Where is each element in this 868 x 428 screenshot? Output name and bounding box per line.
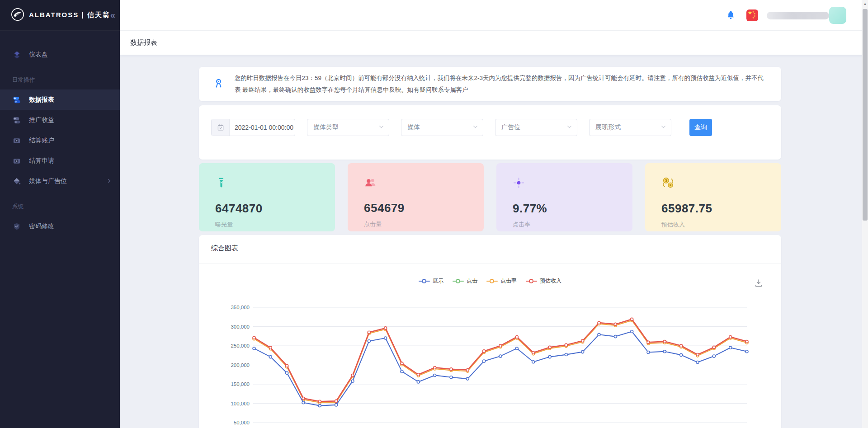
sidebar-item-label: 媒体与广告位 <box>29 177 99 185</box>
sidebar-item-label: 仪表盘 <box>29 51 112 59</box>
select-placeholder: 广告位 <box>501 123 566 132</box>
filter-select-1[interactable]: 媒体类型 <box>307 119 389 136</box>
chart-legend: 展示点击点击率预估收入 <box>199 277 781 285</box>
sidebar-item-camera[interactable]: 结算账户 <box>0 130 120 151</box>
stat-label: 点击量 <box>364 220 475 228</box>
select-placeholder: 媒体 <box>407 123 472 132</box>
pin-icon <box>214 78 223 90</box>
stat-label: 曝光量 <box>215 221 326 229</box>
filter-select-4[interactable]: 展现形式 <box>589 119 671 136</box>
sidebar-item-label: 推广收益 <box>29 116 112 124</box>
logo-row: ALBATROSS | 信天翁 « <box>0 0 120 31</box>
bucket-icon <box>12 177 21 185</box>
svg-text:300,000: 300,000 <box>231 324 250 329</box>
notice-banner: 您的昨日数据报告在今日23：59（北京时间）前可能有部分没有纳入统计，我们将在未… <box>199 67 781 101</box>
date-value[interactable]: 2022-01-01 00:00:00 <box>230 119 295 136</box>
notification-bell-icon[interactable] <box>726 10 736 20</box>
svg-text:100,000: 100,000 <box>231 401 250 406</box>
chevron-down-icon <box>378 123 384 132</box>
legend-item-点击率[interactable]: 点击率 <box>486 277 517 285</box>
page-scrollbar[interactable]: ▲ <box>862 0 868 428</box>
legend-marker-icon <box>419 279 430 283</box>
users-icon <box>364 177 475 190</box>
stat-card-1: 6474870曝光量 <box>199 163 335 231</box>
stat-card-3: 9.77%点击率 <box>496 163 632 231</box>
line-chart: 350,000300,000250,000200,000150,000100,0… <box>199 287 781 428</box>
stat-cards: 6474870曝光量654679点击量9.77%点击率$¥65987.75预估收… <box>199 163 781 231</box>
legend-label: 预估收入 <box>540 277 561 285</box>
legend-marker-icon <box>453 279 464 283</box>
svg-text:¥: ¥ <box>670 183 672 187</box>
sidebar-item-report-toggle[interactable]: 数据报表 <box>0 89 120 110</box>
stat-card-2: 654679点击量 <box>348 163 484 231</box>
sidebar-item-revenue-toggle[interactable]: 推广收益 <box>0 110 120 130</box>
report-toggle-icon <box>12 96 21 104</box>
aim-icon <box>513 177 623 191</box>
sidebar-collapse-icon[interactable]: « <box>110 10 114 20</box>
stat-value: 65987.75 <box>661 202 772 216</box>
shield-check-icon <box>12 222 21 230</box>
breadcrumb: 数据报表 <box>130 38 157 47</box>
stat-value: 654679 <box>364 201 475 215</box>
chevron-down-icon <box>566 123 572 132</box>
china-flag-icon[interactable]: ★ ★ ★ ★ ★ <box>746 9 758 21</box>
svg-text:200,000: 200,000 <box>231 362 250 368</box>
topbar: ★ ★ ★ ★ ★ <box>120 0 868 31</box>
legend-item-预估收入[interactable]: 预估收入 <box>526 277 561 285</box>
divider <box>199 263 781 263</box>
stat-value: 6474870 <box>215 202 326 216</box>
main-content: 您的昨日数据报告在今日23：59（北京时间）前可能有部分没有纳入统计，我们将在未… <box>120 55 868 428</box>
search-button[interactable]: 查询 <box>689 119 712 136</box>
sidebar-item-dashboard[interactable]: 仪表盘 <box>0 44 120 65</box>
legend-label: 点击率 <box>500 277 517 285</box>
scrollbar-up-arrow[interactable]: ▲ <box>862 0 868 7</box>
chart-card: 综合图表 展示点击点击率预估收入 350,000300,000250,00020… <box>199 235 781 428</box>
stat-label: 预估收入 <box>661 221 772 229</box>
sidebar-item-bucket[interactable]: 媒体与广告位 <box>0 171 120 191</box>
stat-value: 9.77% <box>513 202 623 216</box>
svg-text:350,000: 350,000 <box>231 305 250 310</box>
chevron-right-icon <box>106 177 112 185</box>
albatross-logo-icon <box>11 8 24 23</box>
stat-label: 点击率 <box>513 221 623 229</box>
stat-card-4: $¥65987.75预估收入 <box>645 163 781 231</box>
svg-text:$: $ <box>665 178 667 183</box>
select-placeholder: 展现形式 <box>595 123 660 132</box>
select-placeholder: 媒体类型 <box>313 123 378 132</box>
camera-icon <box>12 157 21 165</box>
legend-item-点击[interactable]: 点击 <box>453 277 477 285</box>
camera-icon <box>12 136 21 145</box>
breadcrumb-bar: 数据报表 <box>120 31 868 55</box>
sidebar-item-camera[interactable]: 结算申请 <box>0 151 120 171</box>
filter-select-3[interactable]: 广告位 <box>495 119 577 136</box>
filter-bar: 2022-01-01 00:00:00 媒体类型媒体广告位展现形式 查询 <box>199 105 781 160</box>
flashlight-icon <box>215 177 326 191</box>
chart-title: 综合图表 <box>211 244 238 253</box>
date-picker[interactable]: 2022-01-01 00:00:00 <box>211 119 295 136</box>
sidebar-item-shield-check[interactable]: 密码修改 <box>0 216 120 236</box>
sidebar-item-label: 密码修改 <box>29 222 112 230</box>
username-redacted <box>767 12 829 19</box>
sidebar-section-label: 日常操作 <box>0 65 120 89</box>
legend-marker-icon <box>486 279 498 283</box>
svg-text:50,000: 50,000 <box>234 420 250 425</box>
avatar[interactable] <box>829 7 846 24</box>
sidebar-section-label: 系统 <box>0 191 120 216</box>
legend-label: 展示 <box>433 277 443 285</box>
sidebar: ALBATROSS | 信天翁 « 仪表盘日常操作数据报表推广收益结算账户结算申… <box>0 0 120 428</box>
legend-marker-icon <box>526 279 537 283</box>
sidebar-menu: 仪表盘日常操作数据报表推广收益结算账户结算申请媒体与广告位系统密码修改 <box>0 31 120 236</box>
revenue-toggle-icon <box>12 116 21 124</box>
sidebar-item-label: 数据报表 <box>29 96 112 104</box>
notice-text: 您的昨日数据报告在今日23：59（北京时间）前可能有部分没有纳入统计，我们将在未… <box>235 72 768 96</box>
sidebar-item-label: 结算申请 <box>29 157 112 165</box>
legend-label: 点击 <box>467 277 477 285</box>
dashboard-icon <box>12 51 21 59</box>
filter-select-2[interactable]: 媒体 <box>401 119 483 136</box>
legend-item-展示[interactable]: 展示 <box>419 277 443 285</box>
coins-icon: $¥ <box>661 177 772 191</box>
svg-text:250,000: 250,000 <box>231 343 250 348</box>
scrollbar-thumb[interactable] <box>863 9 868 221</box>
svg-text:150,000: 150,000 <box>231 381 250 387</box>
chevron-down-icon <box>472 123 478 132</box>
